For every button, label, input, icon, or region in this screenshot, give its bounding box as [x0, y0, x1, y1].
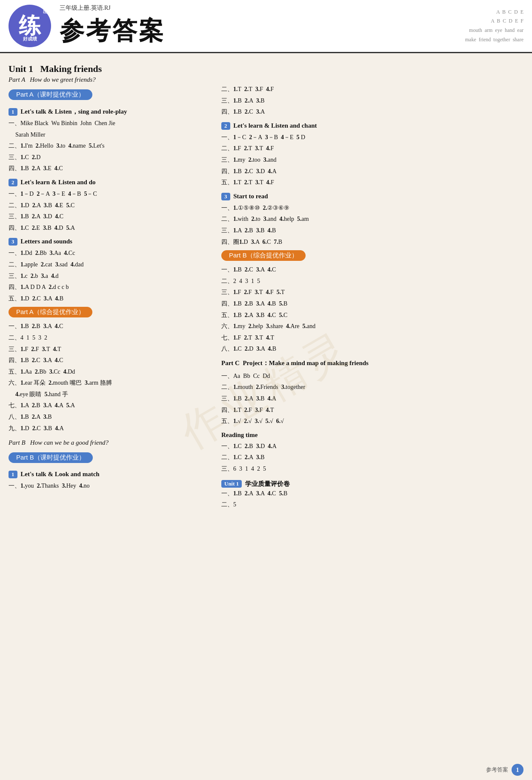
- reading-ans2: 二、1.C 2.A 3.B: [221, 452, 523, 463]
- r-sec2-num: 2: [221, 122, 230, 130]
- sec2-ans4: 四、1.C 2.E 3.B 4.D 5.A: [9, 223, 213, 234]
- zB-ans1: 一、1.B 2.C 3.A 4.C: [221, 264, 523, 276]
- logo-small-text: 出: [43, 9, 48, 14]
- unit1-eval-header: Unit 1 学业质量评价卷: [221, 480, 523, 488]
- partC-ans2: 二、1.mouth 2.Friends 3.together: [221, 382, 523, 393]
- header-right-line2: A B C D E F: [465, 17, 523, 26]
- sec2-num: 2: [9, 179, 17, 186]
- sec1-num: 1: [9, 108, 17, 116]
- partC-ans1: 一、Aa Bb Cc Dd: [221, 371, 523, 382]
- partB-subtitle: Part B How can we be a good friend?: [9, 439, 213, 446]
- partB-zonghe-badge: Part B（综合提优作业）: [221, 250, 306, 261]
- header-right: A B C D E A B C D E F mouth arm eye hand…: [465, 8, 523, 44]
- zB-ans4: 四、1.B 2.B 3.A 4.B 5.B: [221, 298, 523, 310]
- footer: 参考答案 1: [486, 764, 523, 776]
- sec3-ans2: 二、1.apple 2.cat 3.sad 4.dad: [9, 259, 213, 271]
- zA-ans9: 九、1.D 2.C 3.B 4.A: [9, 423, 213, 434]
- eval-ans1: 一、1.B 2.A 3.A 4.C 5.B: [221, 488, 523, 500]
- r-sec3-ans2: 二、1.with 2.to 3.and 4.help 5.am: [221, 214, 523, 225]
- header-right-line1: A B C D E: [465, 8, 523, 17]
- zA-ans2: 二、4 1 5 3 2: [9, 332, 213, 344]
- sec3-ans1: 一、1.Dd 2.Bb 3.Aa 4.Cc: [9, 248, 213, 259]
- left-column: Unit 1 Making friends Part A How do we g…: [9, 60, 213, 511]
- header-right-line4: make friend together share: [465, 35, 523, 45]
- sec3-ans3: 三、1.c 2.b 3.a 4.d: [9, 271, 213, 282]
- r-ans-si: 四、1.B 2.C 3.A: [221, 106, 523, 118]
- partB-sec1-num: 1: [9, 471, 17, 478]
- r-sec3-ans3: 三、1.A 2.B 3.B 4.B: [221, 225, 523, 237]
- zA-ans7: 七、1.A 2.B 3.A 4.A 5.A: [9, 400, 213, 411]
- zA-ans5: 五、1.Aa 2.Bb 3.Cc 4.Dd: [9, 366, 213, 378]
- header-center: 三年级上册.英语.RJ 参考答案: [60, 4, 465, 48]
- sec2-ans1: 一、1－D 2－A 3－E 4－B 5－C: [9, 189, 213, 200]
- r-sec2-ans3: 三、1.my 2.too 3.and: [221, 154, 523, 166]
- reading-ans3: 三、6 3 1 4 2 5: [221, 463, 523, 475]
- eval-ans2: 二、5: [221, 499, 523, 511]
- zA-ans6: 六、1.ear 耳朵 2.mouth 嘴巴 3.arm 胳膊: [9, 377, 213, 389]
- partA-zonghe-badge: Part A（综合提优作业）: [9, 307, 92, 317]
- partA-badge: Part A（课时提优作业）: [9, 89, 92, 100]
- partB-badge: Part B（课时提优作业）: [9, 452, 93, 463]
- sec3-num: 3: [9, 238, 17, 246]
- partC-ans5: 五、1.√ 2.√ 3.√ 5.√ 6.√: [221, 416, 523, 427]
- header-subtitle: 三年级上册.英语.RJ: [60, 4, 465, 12]
- header-right-line3: mouth arm eye hand ear: [465, 26, 523, 35]
- r-sec2-ans4: 四、1.B 2.C 3.D 4.A: [221, 166, 523, 177]
- zA-ans6b: 4.eye 眼睛 5.hand 手: [15, 389, 213, 400]
- zA-ans8: 八、1.B 2.A 3.B: [9, 411, 213, 423]
- r-sec2-ans2: 二、1.F 2.T 3.T 4.F: [221, 143, 523, 154]
- partC-title: Part C Project：Make a mind map of making…: [221, 359, 523, 367]
- partB-sec1-title: 1 Let's talk & Look and match: [9, 471, 213, 478]
- sec1-ans2: 二、1.I'm 2.Hello 3.to 4.name 5.Let's: [9, 140, 213, 152]
- r-sec2-ans5: 五、1.T 2.T 3.T 4.F: [221, 177, 523, 189]
- sec1-ans1: 一、Mike Black Wu Binbin John Chen Jie: [9, 118, 213, 129]
- zB-ans5: 五、1.B 2.A 3.B 4.C 5.C: [221, 310, 523, 321]
- sec1-ans4: 四、1.B 2.A 3.E 4.C: [9, 163, 213, 174]
- footer-page: 1: [512, 764, 523, 776]
- header: 练 出 好成绩 三年级上册.英语.RJ 参考答案 A B C D E A B C…: [0, 0, 532, 53]
- reading-title: Reading time: [221, 431, 523, 439]
- main-content: Unit 1 Making friends Part A How do we g…: [0, 53, 532, 519]
- sec1-ans1b: Sarah Miller: [15, 129, 213, 141]
- zB-ans6: 六、1.my 2.help 3.share 4.Are 5.and: [221, 321, 523, 332]
- partB-ans1: 一、1.you 2.Thanks 3.Hey 4.no: [9, 480, 213, 492]
- unit1-eval-badge: Unit 1: [221, 480, 242, 488]
- zB-ans7: 七、1.F 2.T 3.T 4.T: [221, 332, 523, 344]
- r-sec3-ans4: 四、圈1.D 3.A 6.C 7.B: [221, 237, 523, 248]
- partA-subtitle: Part A How do we greet friends?: [9, 76, 213, 83]
- r-sec2-title: 2 Let's learn & Listen and chant: [221, 122, 523, 130]
- unit-title: Unit 1 Making friends: [9, 63, 213, 74]
- header-title: 参考答案: [60, 14, 465, 48]
- r-sec3-num: 3: [221, 193, 230, 200]
- logo-bottom-text: 好成绩: [23, 36, 37, 42]
- r-ans-san: 三、1.B 2.A 3.B: [221, 95, 523, 107]
- partC-ans3: 三、1.B 2.A 3.B 4.A: [221, 393, 523, 405]
- partC-ans4: 四、1.T 2.F 3.F 4.T: [221, 405, 523, 416]
- sec3-title: 3 Letters and sounds: [9, 238, 213, 246]
- r-sec2-ans1: 一、1－C 2－A 3－B 4－E 5 D: [221, 132, 523, 143]
- r-ans-er: 二、1.T 2.T 3.F 4.F: [221, 84, 523, 95]
- zA-ans4: 四、1.B 2.C 3.A 4.C: [9, 355, 213, 366]
- footer-label: 参考答案: [486, 766, 508, 774]
- r-sec3-title: 3 Start to read: [221, 193, 523, 200]
- zB-ans3: 三、1.F 2.F 3.T 4.F 5.T: [221, 287, 523, 298]
- unit1-eval-title: 学业质量评价卷: [245, 480, 290, 488]
- sec1-ans3: 三、1.C 2.D: [9, 152, 213, 163]
- sec1-title: 1 Let's talk & Listen，sing and role-play: [9, 108, 213, 116]
- logo: 练 出 好成绩: [9, 5, 51, 47]
- zA-ans3: 三、1.F 2.F 3.T 4.T: [9, 344, 213, 355]
- reading-ans1: 一、1.C 2.B 3.D 4.A: [221, 441, 523, 452]
- sec3-ans5: 五、1.D 2.C 3.A 4.B: [9, 293, 213, 305]
- sec2-title: 2 Let's learn & Listen and do: [9, 179, 213, 186]
- zA-ans1: 一、1.B 2.B 3.A 4.C: [9, 321, 213, 332]
- zB-ans8: 八、1.C 2.D 3.A 4.B: [221, 343, 523, 355]
- zB-ans2: 二、2 4 3 1 5: [221, 276, 523, 287]
- sec3-ans4: 四、1.A D D A 2.d c c b: [9, 282, 213, 293]
- right-column: 二、1.T 2.T 3.F 4.F 三、1.B 2.A 3.B 四、1.B 2.…: [221, 60, 523, 511]
- r-sec3-ans1: 一、1.①⑤⑧⑩ 2.②③⑥⑨: [221, 203, 523, 214]
- sec2-ans2: 二、1.D 2.A 3.B 4.E 5.C: [9, 200, 213, 211]
- sec2-ans3: 三、1.B 2.A 3.D 4.C: [9, 211, 213, 223]
